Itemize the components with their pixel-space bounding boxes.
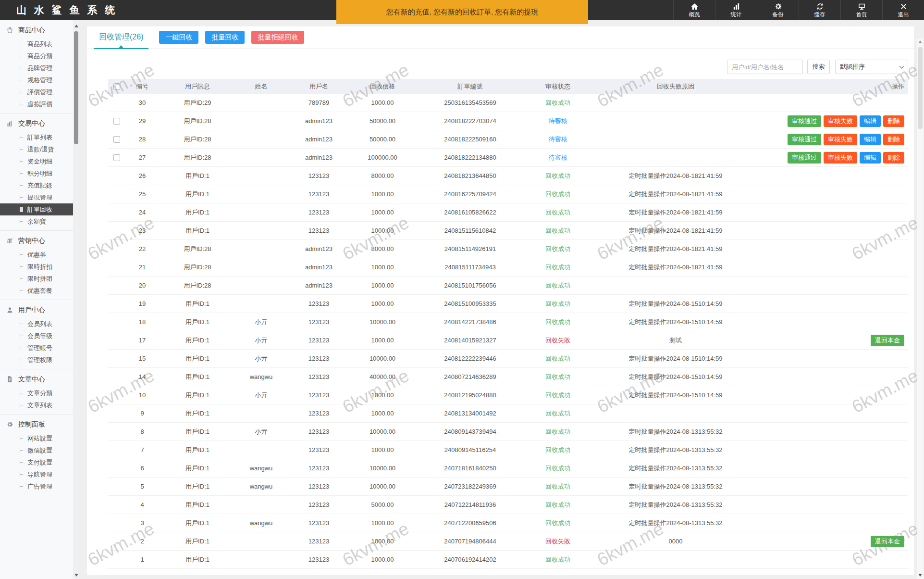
row-order-no: 240812195024880 [414,391,527,399]
row-price: 1000.00 [351,300,414,307]
sidebar-item[interactable]: 网站設置 [0,432,79,444]
sidebar-item[interactable]: 充值記錄 [0,179,79,191]
branch-icon [20,219,23,224]
sidebar-item[interactable]: 品牌管理 [0,62,79,74]
sidebar-item-active[interactable]: 訂單回收 [0,203,79,215]
edit-button[interactable]: 编辑 [860,152,881,164]
sidebar-item[interactable]: 导航管理 [0,468,79,480]
sidebar-item[interactable]: 余額寶 [0,215,79,227]
sidebar-item[interactable]: 广告管理 [0,480,79,492]
sidebar-section-header-article-center[interactable]: 文章中心 [0,371,79,387]
sidebar-item[interactable]: 提現管理 [0,191,79,203]
row-order-no: 240815101756056 [414,282,527,289]
delete-button[interactable]: 删除 [883,152,904,164]
scroll-down-icon[interactable] [74,574,78,577]
delete-button[interactable]: 删除 [883,115,904,127]
nav-item-homepage[interactable]: 首頁 [840,0,882,20]
refund-principal-button[interactable]: 退回本金 [871,536,904,547]
sidebar-item[interactable]: 虛拟評價 [0,98,79,110]
row-actions: 退回本金 [762,536,908,547]
nav-item-overview[interactable]: 概况 [673,0,715,20]
refund-principal-button[interactable]: 退回本金 [871,335,904,346]
scroll-down-icon[interactable] [918,574,922,577]
row-id: 17 [125,337,159,344]
edit-button[interactable]: 编辑 [860,115,881,127]
sidebar-item[interactable]: 积分明细 [0,167,79,179]
sidebar-item[interactable]: 会员等级 [0,330,79,342]
page-scrollbar[interactable] [917,38,924,579]
row-user-info: 用戶ID:1 [159,409,236,418]
sidebar-scrollbar[interactable] [73,20,79,579]
sidebar-section-header-marketing-center[interactable]: 营销中心 [0,233,79,249]
sort-select[interactable]: 默認排序 [835,60,908,74]
table-row: 15用戶ID:1小亓12312310000.00240812222239446回… [108,350,908,368]
sidebar-item[interactable]: 限時折扣 [0,261,79,273]
page-scrollbar-thumb[interactable] [918,47,923,129]
sidebar-section-header-product-center[interactable]: 商品中心 [0,22,79,38]
row-price: 8000.00 [351,245,414,252]
row-price: 1000.00 [351,556,414,563]
sidebar-item[interactable]: 商品分類 [0,50,79,62]
row-checkbox[interactable] [113,154,120,161]
one-key-recycle-button[interactable]: 一鍵回收 [159,31,198,44]
sidebar-item[interactable]: 商品列表 [0,38,79,50]
branch-icon [20,135,23,140]
sidebar-item[interactable]: 优惠券 [0,249,79,261]
gear-icon [6,421,13,428]
select-all-checkbox[interactable] [113,83,120,90]
scroll-up-icon[interactable] [74,25,78,27]
search-input[interactable] [727,60,803,74]
nav-item-backup[interactable]: 备份 [757,0,799,20]
sidebar-item[interactable]: 文章分類 [0,387,79,399]
table-row: 1用戶ID:11231231000.00240706192414202回收成功 [108,551,908,569]
search-button[interactable]: 搜索 [807,60,830,74]
sidebar-section-header-user-center[interactable]: 用戶中心 [0,302,79,318]
row-order-no: 240723182249369 [414,483,527,490]
sidebar-item[interactable]: 资金明细 [0,155,79,167]
row-order-no: 240816225709424 [414,190,527,198]
branch-icon [20,195,23,200]
row-checkbox[interactable] [113,136,120,143]
sidebar-item[interactable]: 规格管理 [0,74,79,86]
nav-item-logout[interactable]: 退出 [882,0,924,20]
approve-button[interactable]: 审核通过 [788,152,821,164]
row-id: 4 [125,501,159,508]
sidebar-item[interactable]: 評價管理 [0,86,79,98]
column-header: 回收價格 [351,82,414,91]
approve-button[interactable]: 审核通过 [788,115,821,127]
sidebar-section-header-control-panel[interactable]: 控制面板 [0,416,79,432]
sidebar-item[interactable]: 管理权限 [0,354,79,366]
batch-reject-recycle-button[interactable]: 批量拒絕回收 [251,31,304,44]
sidebar-item[interactable]: 支付設置 [0,456,79,468]
reject-button[interactable]: 审核失败 [824,152,857,164]
sidebar-scrollbar-thumb[interactable] [74,31,78,144]
row-name: wangwu [236,519,286,527]
sidebar-item[interactable]: 会员列表 [0,318,79,330]
approve-button[interactable]: 审核通过 [788,134,821,145]
nav-item-statistics[interactable]: 统计 [715,0,757,20]
batch-recycle-button[interactable]: 批量回收 [205,31,245,44]
table-row: 23用戶ID:11231231000.00240815115610842回收成功… [108,222,908,240]
sidebar-item[interactable]: 优惠套餐 [0,285,79,297]
edit-button[interactable]: 编辑 [860,134,881,145]
row-username: 123123 [286,519,351,527]
sidebar-item[interactable]: 文章列表 [0,399,79,411]
sidebar-section-header-trade-center[interactable]: 交易中心 [0,115,79,131]
reject-button[interactable]: 审核失败 [824,134,857,145]
sidebar-item[interactable]: 退款/退貨 [0,143,79,155]
delete-button[interactable]: 删除 [883,134,904,145]
sidebar-item[interactable]: 限时拼团 [0,273,79,285]
row-id: 9 [125,410,159,417]
tab-recycle-management[interactable]: 回收管理(26) [94,26,148,49]
table-row: 19用戶ID:11231231000.00240815100953335回收成功… [108,295,908,313]
row-username: admin123 [286,154,351,161]
sidebar-item[interactable]: 訂單列表 [0,131,79,143]
row-checkbox[interactable] [113,118,120,125]
sidebar-item[interactable]: 微信設置 [0,444,79,456]
reject-button[interactable]: 审核失败 [824,115,857,127]
row-price: 1000.00 [351,337,414,344]
scroll-up-icon[interactable] [918,40,922,43]
nav-item-cache[interactable]: 缓存 [799,0,840,20]
row-user-info: 用戶ID:1 [159,190,236,199]
sidebar-item[interactable]: 管理帳号 [0,342,79,354]
